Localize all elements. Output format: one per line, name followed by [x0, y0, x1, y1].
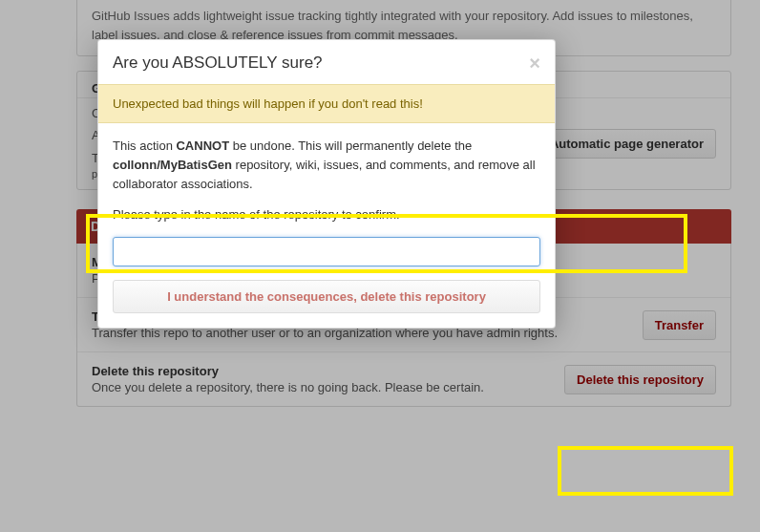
confirm-delete-modal: Are you ABSOLUTELY sure? × Unexpected ba… [97, 39, 556, 329]
close-icon[interactable]: × [529, 53, 540, 73]
repo-name: collonn/MyBatisGen [113, 158, 232, 172]
modal-title: Are you ABSOLUTELY sure? [113, 53, 323, 73]
modal-body: This action CANNOT be undone. This will … [98, 123, 555, 328]
modal-prompt: Please type in the name of the repositor… [113, 205, 540, 224]
modal-header: Are you ABSOLUTELY sure? × [98, 40, 555, 84]
modal-explanation: This action CANNOT be undone. This will … [113, 137, 540, 194]
modal-warning-banner: Unexpected bad things will happen if you… [98, 84, 555, 123]
confirm-delete-button[interactable]: I understand the consequences, delete th… [113, 280, 540, 313]
repo-name-confirm-input[interactable] [113, 237, 540, 266]
